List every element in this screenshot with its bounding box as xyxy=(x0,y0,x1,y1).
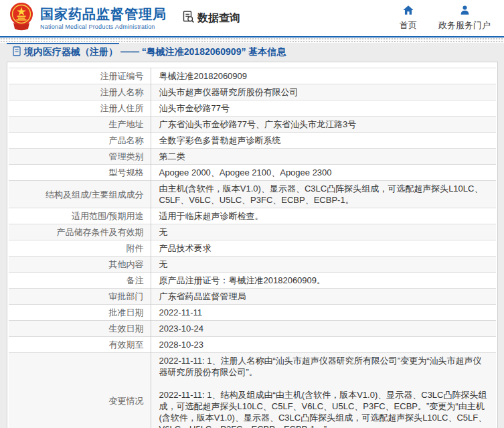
table-row: 批准日期2022-11-11 xyxy=(9,305,496,321)
row-label: 生效日期 xyxy=(9,321,151,337)
logo-text: 国家药品监督管理局 National Medical Products Admi… xyxy=(40,6,167,30)
row-value: 2022-11-11: 1、注册人名称由“汕头市超声仪器研究所有限公司”变更为“… xyxy=(151,353,496,428)
row-label: 注册人住所 xyxy=(9,100,151,117)
row-label: 产品储存条件及有效期 xyxy=(9,224,151,240)
table-row: 审批部门广东省药品监督管理局 xyxy=(9,289,496,305)
logo: 国家药品监督管理局 National Medical Products Admi… xyxy=(8,2,167,34)
header-nav: 首页 政务服务门户 xyxy=(400,5,504,31)
table-row: 注册人住所汕头市金砂路77号 xyxy=(9,100,496,117)
page-title: 境内医疗器械（注册） —— “粤械注准20182060909” 基本信息 xyxy=(24,46,286,58)
table-row: 其他内容无 xyxy=(9,257,496,273)
data-query-icon xyxy=(181,10,197,26)
table-row: 变更情况2022-11-11: 1、注册人名称由“汕头市超声仪器研究所有限公司”… xyxy=(9,353,496,428)
header-dotted-divider xyxy=(0,38,504,43)
table-row: 生产地址广东省汕头市金砂路77号、广东省汕头市龙江路3号 xyxy=(9,117,496,133)
row-value: 广东省汕头市金砂路77号、广东省汕头市龙江路3号 xyxy=(151,117,496,133)
table-row: 型号规格Apogee 2000、Apogee 2100、Apogee 2300 xyxy=(9,165,496,181)
row-label: 附件 xyxy=(9,240,151,257)
page-content: 境内医疗器械（注册） —— “粤械注准20182060909” 基本信息 注册证… xyxy=(0,43,504,428)
table-row: 注册人名称汕头市超声仪器研究所股份有限公司 xyxy=(9,84,496,100)
nav-gov-portal[interactable]: 政务服务门户 xyxy=(438,5,491,31)
info-card: 注册证编号粤械注准20182060909注册人名称汕头市超声仪器研究所股份有限公… xyxy=(7,62,498,428)
row-value: 无 xyxy=(151,257,496,273)
site-title: 国家药品监督管理局 xyxy=(40,6,167,22)
row-label: 审批部门 xyxy=(9,289,151,305)
table-row: 适用范围/预期用途适用于临床超声诊断检查。 xyxy=(9,208,496,224)
nav-gov-portal-label: 政务服务门户 xyxy=(438,19,491,31)
row-value: 由主机(含软件，版本V1.0)、显示器、C3LC凸阵探头组成，可选配超声探头L1… xyxy=(151,181,496,208)
info-table: 注册证编号粤械注准20182060909注册人名称汕头市超声仪器研究所股份有限公… xyxy=(9,68,496,428)
row-value: 原产品注册证号：粤械注准20182060909。 xyxy=(151,273,496,289)
table-row: 备注原产品注册证号：粤械注准20182060909。 xyxy=(9,273,496,289)
row-value: 汕头市超声仪器研究所股份有限公司 xyxy=(151,84,496,100)
row-label: 结构及组成/主要组成成分 xyxy=(9,181,151,208)
site-subtitle: National Medical Products Administration xyxy=(40,23,167,30)
row-label: 注册证编号 xyxy=(9,68,151,84)
row-label: 生产地址 xyxy=(9,117,151,133)
site-header: 国家药品监督管理局 National Medical Products Admi… xyxy=(0,0,504,38)
document-icon xyxy=(13,46,24,58)
row-value: 2023-10-24 xyxy=(151,321,496,337)
row-label: 产品名称 xyxy=(9,133,151,149)
data-query-label: 数据查询 xyxy=(197,11,240,25)
row-label: 变更情况 xyxy=(9,353,151,428)
row-value: Apogee 2000、Apogee 2100、Apogee 2300 xyxy=(151,165,496,181)
row-label: 管理类别 xyxy=(9,149,151,165)
row-value: 第二类 xyxy=(151,149,496,165)
row-value: 2022-11-11 xyxy=(151,305,496,321)
nav-home[interactable]: 首页 xyxy=(400,5,417,31)
table-row: 产品储存条件及有效期无 xyxy=(9,224,496,240)
person-icon xyxy=(459,5,471,19)
row-value: 产品技术要求 xyxy=(151,240,496,257)
row-label: 有效期至 xyxy=(9,337,151,353)
info-table-body: 注册证编号粤械注准20182060909注册人名称汕头市超声仪器研究所股份有限公… xyxy=(9,68,496,428)
row-label: 其他内容 xyxy=(9,257,151,273)
national-emblem-icon xyxy=(8,2,35,34)
row-value: 广东省药品监督管理局 xyxy=(151,289,496,305)
table-row: 有效期至2028-10-23 xyxy=(9,337,496,353)
row-label: 备注 xyxy=(9,273,151,289)
row-label: 批准日期 xyxy=(9,305,151,321)
table-row: 管理类别第二类 xyxy=(9,149,496,165)
row-label: 型号规格 xyxy=(9,165,151,181)
table-row: 生效日期2023-10-24 xyxy=(9,321,496,337)
table-row: 产品名称全数字彩色多普勒超声诊断系统 xyxy=(9,133,496,149)
table-row: 结构及组成/主要组成成分由主机(含软件，版本V1.0)、显示器、C3LC凸阵探头… xyxy=(9,181,496,208)
row-value: 全数字彩色多普勒超声诊断系统 xyxy=(151,133,496,149)
row-value: 适用于临床超声诊断检查。 xyxy=(151,208,496,224)
table-row: 注册证编号粤械注准20182060909 xyxy=(9,68,496,84)
row-value: 粤械注准20182060909 xyxy=(151,68,496,84)
row-value: 2028-10-23 xyxy=(151,337,496,353)
data-query-button[interactable]: 数据查询 xyxy=(181,10,240,26)
home-icon xyxy=(402,5,414,19)
row-label: 注册人名称 xyxy=(9,84,151,100)
row-value: 汕头市金砂路77号 xyxy=(151,100,496,117)
nav-home-label: 首页 xyxy=(400,19,417,31)
table-row: 附件产品技术要求 xyxy=(9,240,496,257)
page-title-bar: 境内医疗器械（注册） —— “粤械注准20182060909” 基本信息 xyxy=(7,43,498,62)
row-label: 适用范围/预期用途 xyxy=(9,208,151,224)
row-value: 无 xyxy=(151,224,496,240)
